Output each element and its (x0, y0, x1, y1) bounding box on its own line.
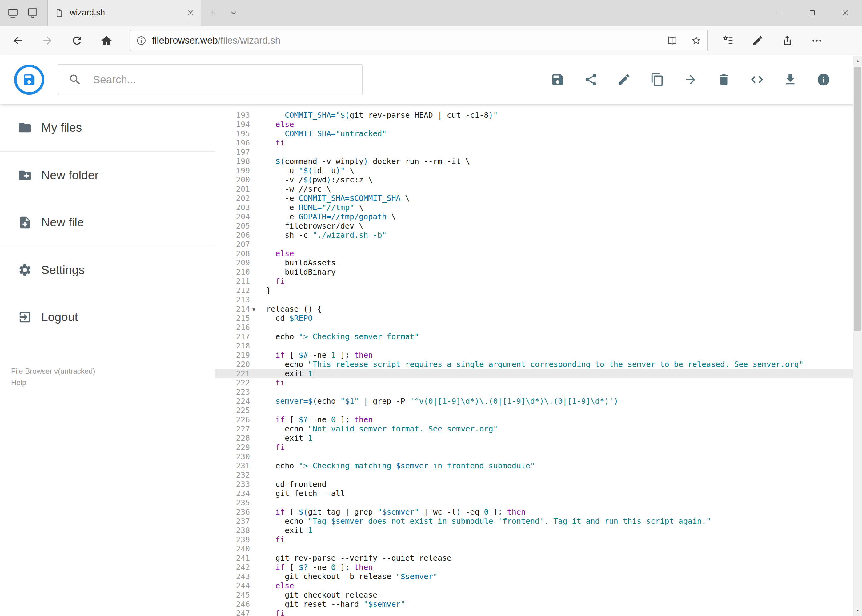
code-line[interactable]: 207 (216, 240, 853, 249)
code-line[interactable]: 236 if [ $(git tag | grep "$semver" | wc… (216, 508, 853, 517)
code-line[interactable]: 225 (216, 406, 853, 415)
code-line[interactable]: 216 (216, 323, 853, 332)
code-line[interactable]: 243 git checkout -b release "$semver" (216, 572, 853, 581)
code-line[interactable]: 240 (216, 544, 853, 553)
sidebar-item-logout[interactable]: Logout (0, 293, 216, 341)
code-line[interactable]: 230 (216, 452, 853, 461)
code-line[interactable]: 239 fi (216, 535, 853, 544)
code-line[interactable]: 210 buildBinary (216, 267, 853, 277)
info-button[interactable] (816, 72, 830, 87)
search-input[interactable] (58, 64, 362, 95)
tabs-preview-icon[interactable] (27, 7, 38, 19)
code-line[interactable]: 193 COMMIT_SHA="$(git rev-parse HEAD | c… (216, 111, 853, 120)
save-button[interactable] (550, 72, 565, 87)
sidebar-item-new-folder[interactable]: New folder (0, 152, 216, 199)
code-line[interactable]: 214▾release () { (216, 305, 853, 314)
scroll-up-arrow-icon[interactable] (853, 56, 862, 66)
new-tab-button[interactable] (201, 0, 223, 26)
code-line[interactable]: 212} (216, 286, 853, 295)
code-line[interactable]: 235 (216, 498, 853, 508)
scroll-down-arrow-icon[interactable] (853, 605, 862, 615)
page-scrollbar[interactable] (853, 56, 862, 616)
code-line[interactable]: 221 exit 1 (216, 369, 853, 378)
help-link[interactable]: Help (11, 377, 95, 388)
share-page-icon[interactable] (772, 26, 802, 55)
delete-button[interactable] (717, 72, 731, 87)
browser-tab[interactable]: wizard.sh (47, 0, 201, 25)
source-view-button[interactable] (750, 72, 764, 87)
code-line[interactable]: 246 git reset --hard "$semver" (216, 600, 853, 609)
code-line[interactable]: 215 cd $REPO (216, 314, 853, 323)
code-line[interactable]: 227 echo "Not valid semver format. See s… (216, 424, 853, 434)
code-line[interactable]: 245 git checkout release (216, 591, 853, 600)
code-line[interactable]: 202 -e COMMIT_SHA=$COMMIT_SHA \ (216, 194, 853, 203)
sidebar-item-settings[interactable]: Settings (0, 246, 216, 293)
code-line[interactable]: 198 $(command -v winpty) docker run --rm… (216, 157, 853, 166)
favorite-star-icon[interactable] (690, 35, 702, 46)
code-line[interactable]: 226 if [ $? -ne 0 ]; then (216, 415, 853, 424)
download-button[interactable] (783, 72, 797, 87)
window-maximize-button[interactable] (796, 0, 829, 26)
code-line[interactable]: 234 git fetch --all (216, 489, 853, 498)
code-line[interactable]: 220 echo "This release script requires a… (216, 360, 853, 369)
code-line[interactable]: 196 fi (216, 138, 853, 148)
code-line[interactable]: 200 -v /$(pwd):/src:z \ (216, 175, 853, 184)
tabs-set-aside-icon[interactable] (7, 7, 19, 19)
site-info-icon[interactable] (136, 35, 147, 46)
code-line[interactable]: 197 (216, 148, 853, 157)
window-close-button[interactable] (829, 0, 862, 26)
line-number: 244 (216, 581, 250, 591)
window-minimize-button[interactable] (762, 0, 796, 26)
forward-button[interactable] (33, 26, 62, 55)
code-line[interactable]: 204 -e GOPATH=//tmp/gopath \ (216, 212, 853, 222)
code-line[interactable]: 238 exit 1 (216, 526, 853, 535)
code-line[interactable]: 232 (216, 470, 853, 480)
code-line[interactable]: 241 git rev-parse --verify --quiet relea… (216, 553, 853, 563)
share-button[interactable] (584, 72, 598, 87)
code-line[interactable]: 247 fi (216, 609, 853, 616)
code-line[interactable]: 222 fi (216, 378, 853, 388)
fold-marker-icon[interactable]: ▾ (252, 305, 255, 314)
code-line[interactable]: 244 else (216, 581, 853, 591)
code-line[interactable]: 199 -u "$(id -u)" \ (216, 166, 853, 175)
sidebar-item-new-file[interactable]: New file (0, 199, 216, 246)
code-line[interactable]: 203 -e HOME="//tmp" \ (216, 203, 853, 212)
code-line[interactable]: 195 COMMIT_SHA="untracked" (216, 129, 853, 138)
rename-button[interactable] (617, 72, 631, 87)
reading-view-icon[interactable] (667, 35, 678, 46)
back-button[interactable] (3, 26, 33, 55)
code-line[interactable]: 217 echo "> Checking semver format" (216, 332, 853, 341)
tab-close-icon[interactable] (187, 9, 194, 17)
code-line[interactable]: 211 fi (216, 277, 853, 286)
code-line[interactable]: 194 else (216, 120, 853, 129)
code-line[interactable]: 237 echo "Tag $semver does not exist in … (216, 517, 853, 526)
code-line[interactable]: 229 fi (216, 443, 853, 452)
code-line[interactable]: 224 semver=$(echo "$1" | grep -P '^v(0|[… (216, 397, 853, 406)
settings-more-icon[interactable] (802, 26, 832, 55)
code-line[interactable]: 233 cd frontend (216, 480, 853, 489)
favorites-hub-icon[interactable] (713, 26, 743, 55)
code-line[interactable]: 228 exit 1 (216, 434, 853, 443)
home-button[interactable] (92, 26, 121, 55)
code-line[interactable]: 208 else (216, 249, 853, 258)
scrollbar-thumb[interactable] (854, 67, 861, 331)
code-line[interactable]: 219 if [ $# -ne 1 ]; then (216, 350, 853, 360)
copy-button[interactable] (650, 72, 664, 87)
address-bar[interactable]: filebrowser.web/files/wizard.sh (130, 30, 708, 51)
code-line[interactable]: 218 (216, 341, 853, 350)
web-notes-pen-icon[interactable] (743, 26, 772, 55)
refresh-button[interactable] (62, 26, 92, 55)
move-button[interactable] (684, 72, 698, 87)
code-line[interactable]: 242 if [ $? -ne 0 ]; then (216, 563, 853, 572)
code-line[interactable]: 209 buildAssets (216, 258, 853, 267)
code-line[interactable]: 206 sh -c "./wizard.sh -b" (216, 231, 853, 240)
line-number: 234 (216, 489, 250, 498)
code-line[interactable]: 213 (216, 295, 853, 305)
sidebar-item-my-files[interactable]: My files (0, 104, 216, 151)
code-line[interactable]: 201 -w //src \ (216, 184, 853, 194)
code-line[interactable]: 205 filebrowser/dev \ (216, 222, 853, 231)
tab-list-chevron-icon[interactable] (223, 0, 244, 26)
code-editor[interactable]: 193 COMMIT_SHA="$(git rev-parse HEAD | c… (216, 104, 853, 616)
code-line[interactable]: 231 echo "> Checking matching $semver in… (216, 461, 853, 470)
code-line[interactable]: 223 (216, 388, 853, 397)
